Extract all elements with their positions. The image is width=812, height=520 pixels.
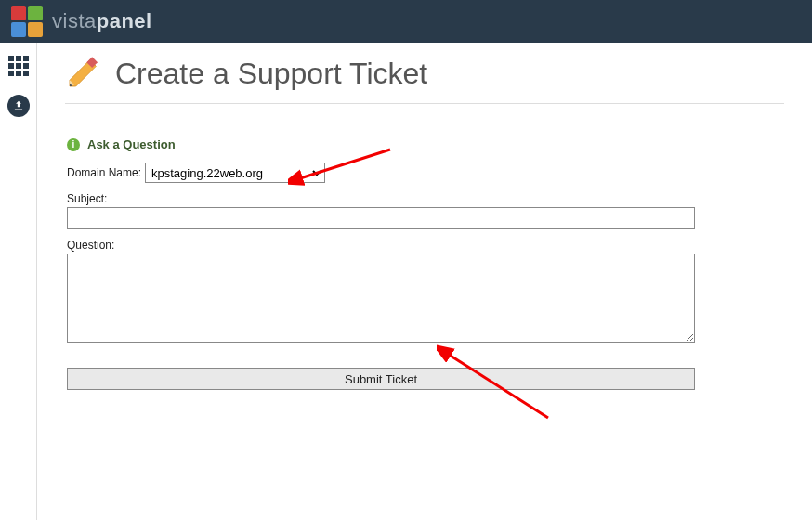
apps-grid-icon[interactable] xyxy=(8,56,29,76)
subject-label: Subject: xyxy=(67,192,107,205)
main-content: Create a Support Ticket i Ask a Question… xyxy=(37,43,812,520)
brand-part1: vista xyxy=(52,9,97,32)
domain-select[interactable]: kpstaging.22web.org xyxy=(145,162,325,183)
subject-input[interactable] xyxy=(67,207,695,229)
topbar: vistapanel xyxy=(0,0,812,43)
brand-text: vistapanel xyxy=(52,9,152,33)
ask-question-row: i Ask a Question xyxy=(67,137,695,151)
question-row: Question: xyxy=(67,239,695,345)
question-textarea[interactable] xyxy=(67,254,695,343)
ticket-form: i Ask a Question Domain Name: kpstaging.… xyxy=(65,137,697,390)
logo-icon xyxy=(11,6,43,37)
ask-question-link[interactable]: Ask a Question xyxy=(87,137,176,151)
brand-part2: panel xyxy=(97,9,152,32)
upload-icon[interactable] xyxy=(7,95,30,117)
domain-label: Domain Name: xyxy=(67,166,141,179)
info-icon: i xyxy=(67,138,80,151)
page-title: Create a Support Ticket xyxy=(115,57,427,91)
question-label: Question: xyxy=(67,239,114,252)
pencil-icon xyxy=(65,54,102,94)
subject-row: Subject: xyxy=(67,192,695,229)
domain-row: Domain Name: kpstaging.22web.org xyxy=(67,162,695,183)
left-nav xyxy=(0,43,37,520)
page-header: Create a Support Ticket xyxy=(65,54,784,104)
submit-ticket-button[interactable]: Submit Ticket xyxy=(67,368,695,390)
